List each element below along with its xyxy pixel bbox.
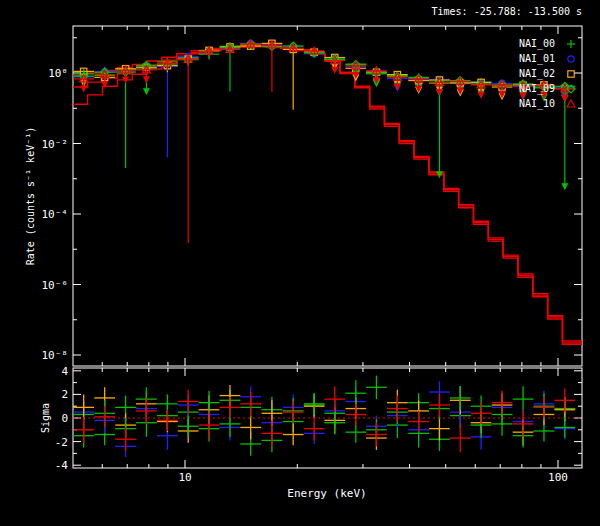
legend-label: NAI_02 [519,68,559,79]
spectral-fit-plot: 1010010⁰10⁻²10⁻⁴10⁻⁶10⁻⁸420-2-4 Times: -… [0,0,600,526]
svg-text:10⁻⁸: 10⁻⁸ [42,349,69,362]
legend-item-nai09: NAI_09 [519,81,579,96]
svg-text:100: 100 [548,471,568,484]
y-axis-label-rate: Rate (counts s⁻¹ keV⁻¹) [25,127,36,265]
plot-title: Times: -25.788: -13.500 s [431,6,582,17]
plot-canvas: 1010010⁰10⁻²10⁻⁴10⁻⁶10⁻⁸420-2-4 [0,0,600,526]
legend-item-nai00: NAI_00 [519,36,579,51]
svg-text:10⁰: 10⁰ [48,67,68,80]
y-axis-label-sigma: Sigma [40,403,51,433]
x-axis-label: Energy (keV) [287,487,366,500]
svg-text:2: 2 [61,388,68,401]
legend: NAI_00 NAI_01 NAI_02 NAI_09 NAI_10 [519,36,579,111]
svg-text:10: 10 [178,471,191,484]
legend-label: NAI_00 [519,38,559,49]
svg-text:10⁻⁶: 10⁻⁶ [42,279,69,292]
legend-label: NAI_10 [519,98,559,109]
svg-text:10⁻⁴: 10⁻⁴ [42,208,69,221]
legend-marker-square-icon [563,67,579,81]
legend-item-nai10: NAI_10 [519,96,579,111]
legend-marker-plus-icon [563,37,579,51]
svg-text:-4: -4 [55,459,69,472]
svg-text:-2: -2 [55,436,68,449]
legend-marker-diamond-icon [563,82,579,96]
svg-text:10⁻²: 10⁻² [42,138,69,151]
legend-label: NAI_01 [519,53,559,64]
svg-text:0: 0 [61,412,68,425]
legend-marker-triangle-icon [563,97,579,111]
legend-item-nai01: NAI_01 [519,51,579,66]
legend-marker-circle-icon [563,52,579,66]
legend-label: NAI_09 [519,83,559,94]
legend-item-nai02: NAI_02 [519,66,579,81]
svg-text:4: 4 [61,365,68,378]
